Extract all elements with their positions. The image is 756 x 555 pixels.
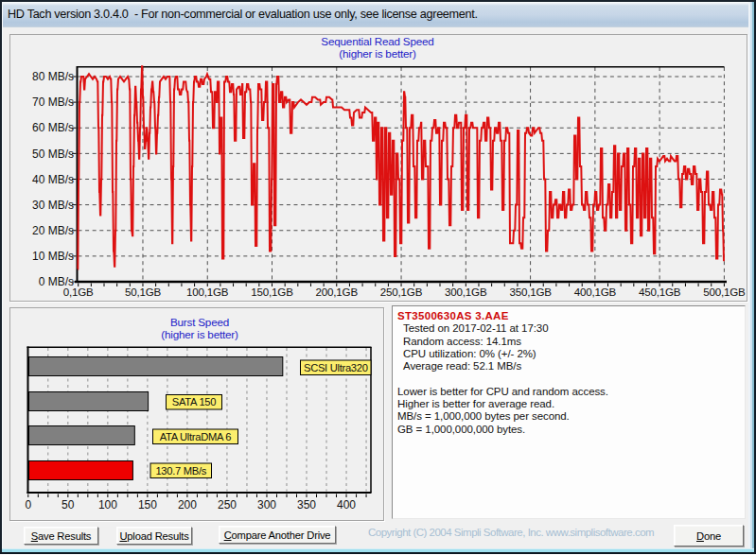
svg-text:20 MB/s: 20 MB/s: [32, 224, 74, 237]
svg-text:50,1GB: 50,1GB: [125, 286, 162, 298]
svg-text:(higher is better): (higher is better): [161, 328, 238, 340]
svg-text:350,1GB: 350,1GB: [509, 286, 552, 298]
svg-text:250: 250: [218, 498, 237, 512]
svg-text:50: 50: [62, 498, 75, 512]
svg-text:(higher is better): (higher is better): [339, 47, 416, 60]
svg-text:300,1GB: 300,1GB: [445, 286, 487, 298]
svg-text:Burst Speed: Burst Speed: [170, 316, 229, 328]
svg-text:350: 350: [297, 498, 316, 512]
svg-text:100: 100: [98, 498, 117, 512]
svg-text:400,1GB: 400,1GB: [574, 286, 617, 298]
svg-text:80 MB/s: 80 MB/s: [32, 70, 74, 83]
svg-text:10 MB/s: 10 MB/s: [32, 250, 74, 263]
svg-text:70 MB/s: 70 MB/s: [32, 95, 74, 109]
svg-text:60 MB/s: 60 MB/s: [32, 121, 74, 134]
svg-text:SCSI Ultra320: SCSI Ultra320: [304, 362, 368, 373]
svg-text:400: 400: [337, 498, 356, 512]
svg-text:0: 0: [25, 498, 31, 512]
svg-text:450,1GB: 450,1GB: [639, 286, 681, 298]
svg-text:100,1GB: 100,1GB: [186, 286, 229, 298]
svg-text:ATA UltraDMA 6: ATA UltraDMA 6: [160, 431, 232, 442]
svg-text:0,1GB: 0,1GB: [63, 286, 94, 298]
svg-text:50 MB/s: 50 MB/s: [32, 147, 74, 161]
svg-text:300: 300: [257, 498, 276, 512]
svg-text:500,1GB: 500,1GB: [703, 286, 746, 298]
svg-text:130.7 MB/s: 130.7 MB/s: [155, 465, 206, 477]
svg-text:150: 150: [138, 498, 157, 512]
svg-text:30 MB/s: 30 MB/s: [32, 199, 74, 212]
svg-text:200,1GB: 200,1GB: [316, 286, 359, 298]
svg-text:40 MB/s: 40 MB/s: [32, 173, 74, 186]
svg-text:200: 200: [178, 498, 197, 512]
svg-text:Sequential Read Speed: Sequential Read Speed: [321, 35, 433, 47]
svg-text:250,1GB: 250,1GB: [380, 286, 423, 298]
svg-text:150,1GB: 150,1GB: [251, 286, 293, 298]
svg-text:SATA 150: SATA 150: [172, 396, 216, 408]
